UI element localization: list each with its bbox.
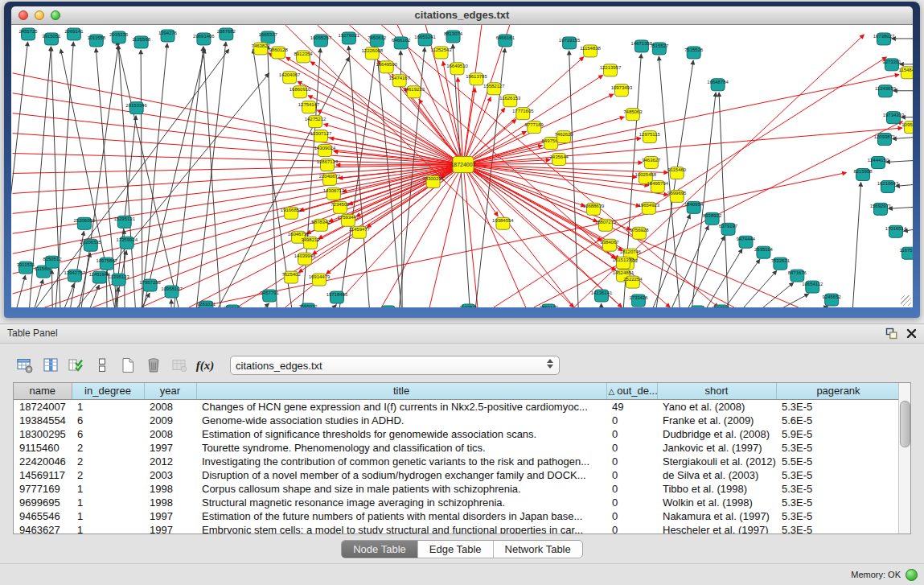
graph-node[interactable]: 16648784 — [707, 79, 729, 91]
column-header-name[interactable]: name — [14, 383, 72, 399]
graph-node[interactable]: 8912354 — [294, 51, 313, 63]
graph-node[interactable]: 16738027 — [873, 33, 895, 45]
minimize-window-button[interactable] — [35, 10, 44, 20]
show-columns-button[interactable] — [40, 355, 61, 376]
graph-node[interactable]: 2069141 — [64, 28, 84, 40]
graph-node[interactable]: 9463627 — [642, 157, 661, 169]
graph-node[interactable]: 19384554 — [492, 217, 514, 229]
table-row[interactable]: 946362711997Embryonic stem cells: a mode… — [14, 523, 901, 535]
delete-column-button[interactable] — [169, 355, 190, 376]
column-header-short[interactable]: short — [657, 383, 776, 399]
graph-node[interactable]: 11154838 — [580, 45, 601, 57]
graph-node[interactable]: 16649500 — [376, 61, 397, 73]
graph-node[interactable]: 9281021 — [197, 301, 216, 307]
graph-node[interactable]: 5878342 — [311, 219, 331, 231]
graph-node[interactable]: 9245652 — [823, 294, 842, 306]
close-panel-icon[interactable] — [905, 328, 918, 340]
graph-node[interactable]: 11451944 — [89, 271, 111, 283]
new-table-button[interactable] — [117, 355, 138, 376]
graph-node[interactable]: 20691406 — [193, 33, 215, 45]
table-row[interactable]: 1456911722003Disruption of a novel membe… — [14, 468, 901, 482]
row-height-button[interactable] — [92, 355, 113, 376]
network-canvas[interactable]: 2455725391505120691411011558201533511255… — [11, 25, 913, 307]
graph-node[interactable]: 1733426 — [629, 295, 648, 307]
column-header-year[interactable]: year — [144, 383, 196, 399]
graph-node[interactable]: 10958107 — [161, 286, 183, 298]
graph-node[interactable]: 16653241 — [414, 34, 436, 46]
graph-node[interactable]: 1125568 — [132, 36, 150, 48]
graph-node[interactable]: 1103511 — [459, 304, 478, 307]
graph-node[interactable]: 7515526 — [684, 47, 704, 59]
graph-node[interactable]: 17359924 — [116, 237, 138, 249]
window-titlebar[interactable]: citations_edges.txt — [11, 6, 913, 25]
graph-node[interactable]: 8150512 — [43, 256, 62, 268]
graph-node[interactable]: 2015335 — [109, 31, 129, 43]
graph-node[interactable]: 6065132 — [224, 305, 243, 307]
graph-node[interactable]: 6379197 — [719, 223, 738, 235]
graph-node[interactable]: 12213957 — [600, 64, 622, 76]
network-nodes[interactable]: 2455725391505120691411011558201533511255… — [17, 28, 913, 307]
graph-node[interactable]: 12444150 — [868, 157, 889, 169]
graph-node[interactable]: 9245031 — [688, 306, 708, 307]
graph-node[interactable]: 11459477 — [349, 226, 371, 238]
graph-node[interactable]: 10719155 — [559, 37, 581, 49]
graph-node[interactable]: 16860910 — [290, 86, 311, 98]
delete-table-button[interactable] — [143, 355, 164, 376]
table-selector-dropdown[interactable]: citations_edges.txt — [230, 356, 560, 375]
graph-node[interactable]: 20206535 — [80, 239, 102, 251]
tab-node-table[interactable]: Node Table — [342, 541, 418, 558]
table-row[interactable]: 977716911998Corpus callosum shape and si… — [14, 482, 901, 496]
graph-node[interactable]: 9699695 — [667, 190, 687, 202]
graph-node[interactable]: 18495794 — [647, 180, 669, 192]
graph-node[interactable]: 7515527 — [650, 43, 669, 55]
table-row[interactable]: 911546021997Tourette syndrome. Phenomeno… — [14, 441, 901, 455]
graph-node[interactable]: 3911531 — [17, 262, 35, 274]
graph-node[interactable]: 19654923 — [639, 202, 660, 214]
graph-node[interactable]: 1394276 — [158, 30, 178, 42]
graph-node[interactable]: 7234502 — [331, 201, 350, 213]
graph-node[interactable]: 12093871 — [874, 134, 896, 146]
graph-node[interactable]: 18724007 — [450, 157, 475, 173]
graph-node[interactable]: 17016514 — [885, 225, 907, 237]
graph-node[interactable]: 12975115 — [639, 131, 661, 143]
column-header-title[interactable]: title — [196, 383, 606, 399]
graph-node[interactable]: 1840954 — [684, 201, 704, 213]
graph-node[interactable]: 9860128 — [269, 47, 289, 59]
graph-node[interactable]: 1665327 — [259, 31, 278, 43]
graph-node[interactable]: 13942757 — [64, 270, 86, 282]
graph-node[interactable]: 18807279 — [595, 219, 617, 231]
graph-node[interactable]: 15692971 — [870, 203, 892, 215]
graph-node[interactable]: 2522254 — [623, 276, 643, 288]
table-header-row[interactable]: namein_degreeyeartitle△out_de...shortpag… — [14, 383, 901, 399]
memory-status-indicator[interactable] — [906, 569, 918, 581]
graph-node[interactable]: 7595012 — [298, 303, 318, 307]
graph-node[interactable]: 20153346 — [125, 102, 147, 114]
float-panel-icon[interactable] — [885, 328, 897, 340]
tab-edge-table[interactable]: Edge Table — [418, 541, 494, 558]
graph-node[interactable]: 11626153 — [499, 95, 521, 107]
graph-node[interactable]: 6466161 — [496, 35, 515, 47]
network-svg[interactable]: 2455725391505120691411011558201533511255… — [11, 25, 913, 307]
graph-node[interactable]: 10973493 — [611, 84, 633, 97]
graph-node[interactable]: 9115460 — [667, 167, 686, 179]
graph-node[interactable]: 8938922 — [703, 212, 722, 225]
function-builder-button[interactable]: f(x) — [195, 355, 216, 376]
graph-node[interactable]: 7450612 — [368, 35, 387, 47]
graph-node[interactable]: 9777169 — [525, 122, 544, 134]
column-header-in-degree[interactable]: in_degree — [72, 383, 144, 399]
table-options-button[interactable] — [14, 355, 35, 376]
graph-node[interactable]: 2087682 — [217, 28, 236, 40]
graph-node[interactable]: 12226088 — [362, 47, 384, 60]
table-row[interactable]: 946554611997Estimation of the future num… — [14, 509, 901, 523]
import-table-button[interactable] — [66, 355, 87, 376]
graph-node[interactable]: 2935114 — [754, 246, 773, 258]
table-row[interactable]: 2242004622012Investigating the contribut… — [14, 455, 901, 468]
graph-node[interactable]: 9756928 — [630, 227, 649, 239]
graph-node[interactable]: 9474444 — [737, 236, 756, 248]
zoom-window-button[interactable] — [51, 10, 60, 20]
graph-node[interactable]: 3498212 — [301, 237, 320, 249]
graph-node[interactable]: 9457791 — [261, 290, 280, 302]
table-row[interactable]: 1938455462009Genome-wide association stu… — [14, 414, 901, 427]
graph-node[interactable]: 1860142 — [540, 304, 559, 307]
graph-node[interactable]: 2459502 — [379, 306, 398, 307]
